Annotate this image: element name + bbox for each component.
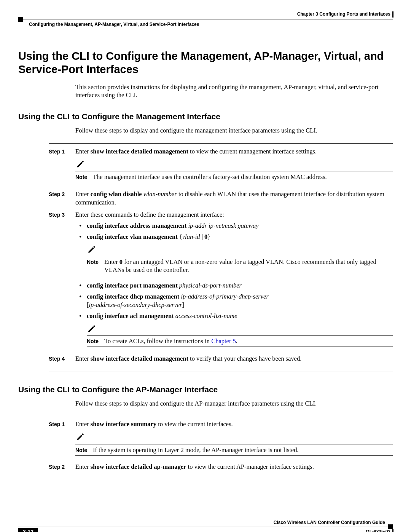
footer-square-icon	[388, 524, 393, 529]
step-2: Step 2 Enter config wlan disable wlan-nu…	[49, 190, 393, 209]
text: {	[178, 233, 182, 240]
list-item: config interface port management physica…	[75, 281, 393, 289]
section-1-intro: Follow these steps to display and config…	[75, 126, 393, 134]
footer-right-rule	[392, 529, 393, 532]
note-label: Note	[75, 173, 93, 181]
note-block: Note If the system is operating in Layer…	[75, 432, 393, 456]
pencil-icon	[87, 245, 393, 255]
step-label: Step 4	[49, 355, 75, 365]
cli-arg: ip-address-of-primary-dhcp-server	[179, 293, 268, 300]
text: Enter	[75, 148, 91, 155]
text: to view the current management interface…	[188, 148, 317, 155]
cli-arg: ip-addr ip-netmask gateway	[186, 222, 258, 229]
cli-command: show interface summary	[91, 420, 156, 428]
step-body: Enter config wlan disable wlan-number to…	[75, 190, 393, 209]
page: Chapter 3 Configuring Ports and Interfac…	[0, 0, 411, 532]
text: Enter	[75, 420, 91, 428]
text: .	[236, 337, 237, 345]
section-2-intro: Follow these steps to display and config…	[75, 399, 393, 407]
footer-rule	[18, 527, 393, 527]
text: to verify that your changes have been sa…	[188, 355, 301, 362]
section-2-title: Using the CLI to Configure the AP-Manage…	[18, 385, 393, 394]
cli-arg: wlan-number	[142, 190, 177, 198]
step-label: Step 2	[49, 190, 75, 209]
list-item: config interface acl management access-c…	[75, 312, 393, 347]
note-label: Note	[75, 446, 93, 454]
cli-command: show interface detailed management	[91, 148, 188, 155]
pencil-icon	[87, 324, 393, 334]
section-label: Configuring the Management, AP-Manager, …	[29, 22, 199, 27]
guide-title: Cisco Wireless LAN Controller Configurat…	[274, 520, 385, 525]
step-4: Step 4 Enter show interface detailed man…	[49, 355, 393, 365]
header-rule	[18, 19, 393, 19]
text: Enter	[104, 258, 119, 265]
page-number: 3-12	[18, 528, 38, 532]
note-text: Enter 0 for an untagged VLAN or a non-ze…	[104, 258, 393, 274]
note-text: To create ACLs, follow the instructions …	[104, 337, 393, 345]
chapter-5-link[interactable]: Chapter 5	[211, 337, 236, 345]
note-block: Note The management interface uses the c…	[75, 160, 393, 183]
list-item: config interface dhcp management ip-addr…	[75, 292, 393, 309]
text: ]	[182, 301, 185, 308]
pencil-icon	[75, 432, 393, 443]
intro-paragraph: This section provides instructions for d…	[75, 83, 393, 99]
chapter-label: Chapter 3 Configuring Ports and Interfac…	[297, 11, 390, 17]
text: Enter	[75, 463, 91, 470]
step-1: Step 1 Enter show interface detailed man…	[49, 147, 393, 189]
step-2: Step 2 Enter show interface detailed ap-…	[49, 463, 393, 473]
text: for an untagged VLAN or a non-zero value…	[104, 258, 376, 273]
step-3: Step 3 Enter these commands to define th…	[49, 211, 393, 352]
text: }	[207, 233, 210, 240]
text: Enter	[75, 190, 91, 198]
note-block: Note To create ACLs, follow the instruct…	[87, 324, 393, 347]
step-body: Enter show interface detailed ap-manager…	[75, 463, 393, 473]
text: to view the current AP-manager interface…	[186, 463, 314, 470]
cli-command: config interface acl management	[87, 312, 174, 320]
cli-arg: vlan-id	[182, 233, 200, 240]
text: Enter	[75, 355, 91, 362]
list-item: config interface address management ip-a…	[75, 222, 393, 230]
cli-command: config interface vlan management	[87, 233, 178, 240]
step-label: Step 3	[49, 211, 75, 352]
text: 0	[119, 258, 123, 265]
header-right-rule	[392, 11, 393, 18]
note-label: Note	[87, 337, 104, 345]
cli-command: show interface detailed management	[91, 355, 188, 362]
note-text: The management interface uses the contro…	[93, 173, 393, 181]
cli-command: show interface detailed ap-manager	[91, 463, 186, 470]
text: |	[200, 233, 205, 240]
step-1: Step 1 Enter show interface summary to v…	[49, 420, 393, 461]
running-footer: Cisco Wireless LAN Controller Configurat…	[18, 521, 393, 532]
step-body: Enter these commands to define the manag…	[75, 211, 393, 352]
section-1-title: Using the CLI to Configure the Managemen…	[18, 112, 393, 121]
list-item: config interface vlan management {vlan-i…	[75, 233, 393, 276]
section-2-steps: Step 1 Enter show interface summary to v…	[49, 416, 393, 479]
cli-command: config interface dhcp management	[87, 293, 179, 300]
cli-arg: ip-address-of-secondary-dhcp-server	[89, 301, 182, 308]
command-list: config interface address management ip-a…	[75, 222, 393, 347]
running-header: Chapter 3 Configuring Ports and Interfac…	[18, 11, 393, 27]
header-square-icon	[18, 17, 23, 22]
step-body: Enter show interface summary to view the…	[75, 420, 393, 461]
note-text: If the system is operating in Layer 2 mo…	[93, 446, 393, 454]
page-title: Using the CLI to Configure the Managemen…	[18, 50, 393, 76]
step-label: Step 1	[49, 147, 75, 189]
cli-command: config interface address management	[87, 222, 186, 229]
text: Enter these commands to define the manag…	[75, 211, 393, 219]
note-block: Note Enter 0 for an untagged VLAN or a n…	[87, 245, 393, 276]
cli-arg: physical-ds-port-number	[178, 282, 242, 289]
cli-command: config wlan disable	[91, 190, 142, 198]
cli-command: config interface port management	[87, 282, 178, 289]
step-body: Enter show interface detailed management…	[75, 147, 393, 189]
step-label: Step 2	[49, 463, 75, 473]
pencil-icon	[75, 160, 393, 170]
doc-number: OL-8335-02	[366, 529, 390, 532]
step-body: Enter show interface detailed management…	[75, 355, 393, 365]
section-1-steps: Step 1 Enter show interface detailed man…	[49, 143, 393, 372]
note-label: Note	[87, 258, 104, 274]
text: To create ACLs, follow the instructions …	[104, 337, 211, 345]
text: to view the current interfaces.	[156, 420, 233, 428]
step-label: Step 1	[49, 420, 75, 461]
cli-arg: access-control-list-name	[174, 312, 237, 320]
